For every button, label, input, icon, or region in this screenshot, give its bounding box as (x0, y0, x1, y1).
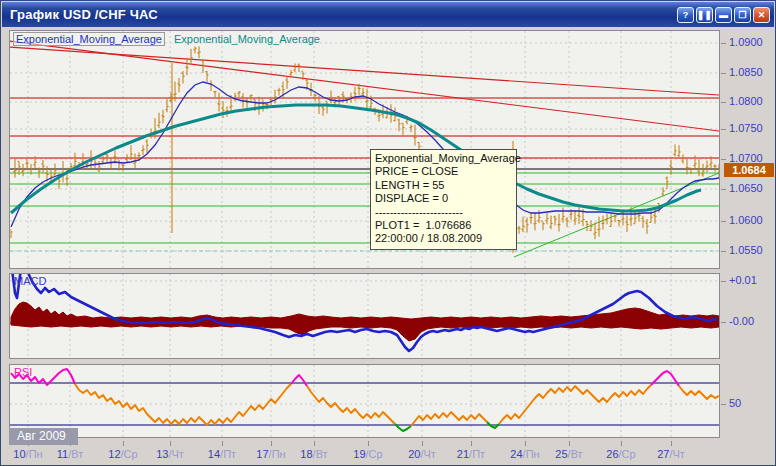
macd-panel[interactable]: MACD (9, 273, 720, 359)
date-label: 19/Ср (338, 448, 398, 460)
price-chart-canvas[interactable] (10, 31, 719, 268)
date-tick (271, 441, 272, 446)
rsi-panel[interactable]: RSI (9, 364, 720, 438)
pause-button[interactable]: ❚❚ (696, 7, 713, 23)
price-axis: 1.09001.08501.08001.07501.07001.06501.06… (721, 1, 776, 441)
price-axis-label: 1.0550 (729, 244, 763, 256)
legend-ema-slow[interactable]: Exponential_Moving_Average (174, 33, 320, 45)
tooltip-line: DISPLACE = 0 (375, 192, 512, 205)
chart-window: График USD /CHF ЧАС ?❚❚▬❐✕ Exponential_M… (0, 0, 776, 466)
date-tick (471, 441, 472, 446)
date-axis: 10/Пн11/Вт12/Ср13/Чт14/Пт17/Пн18/Вт19/Ср… (1, 441, 776, 464)
axis-tick (721, 159, 726, 160)
date-tick (368, 441, 369, 446)
axis-tick (721, 129, 726, 130)
tooltip-line: LENGTH = 55 (375, 179, 512, 192)
legend-ema-fast[interactable]: Exponential_Moving_Average (13, 32, 165, 46)
macd-canvas[interactable] (10, 274, 719, 358)
help-button[interactable]: ? (677, 7, 694, 23)
macd-label: MACD (14, 275, 46, 287)
price-axis-label: 1.0800 (729, 95, 763, 107)
macd-axis-label: -0.00 (729, 315, 754, 327)
date-tick (621, 441, 622, 446)
axis-tick (721, 189, 726, 190)
chart-legend: Exponential_Moving_Average Exponential_M… (13, 33, 320, 45)
month-label: Авг 2009 (9, 428, 78, 445)
date-label: 18/Вт (284, 448, 344, 460)
date-tick (314, 441, 315, 446)
date-tick (222, 441, 223, 446)
price-axis-label: 1.0650 (729, 182, 763, 194)
tooltip-line: PRICE = CLOSE (375, 165, 512, 178)
price-axis-label: 1.0850 (729, 66, 763, 78)
axis-tick (721, 322, 726, 323)
rsi-axis-label: 50 (729, 397, 741, 409)
axis-tick (721, 73, 726, 74)
axis-tick (721, 404, 726, 405)
current-price-tag: 1.0684 (724, 163, 774, 177)
titlebar[interactable]: График USD /CHF ЧАС ?❚❚▬❐✕ (2, 2, 774, 27)
axis-tick (721, 102, 726, 103)
axis-tick (721, 221, 726, 222)
tooltip-title: Exponential_Moving_Average (375, 152, 512, 165)
price-axis-label: 1.0900 (729, 36, 763, 48)
price-chart-panel[interactable]: Exponential_Moving_Average Exponential_M… (9, 30, 720, 269)
window-title: График USD /CHF ЧАС (10, 7, 677, 22)
date-tick (569, 441, 570, 446)
date-label: 13/Чт (140, 448, 200, 460)
date-tick (123, 441, 124, 446)
date-tick (671, 441, 672, 446)
tooltip-line: 22:00:00 / 18.08.2009 (375, 232, 512, 245)
rsi-label: RSI (14, 366, 32, 378)
date-label: 11/Вт (40, 448, 100, 460)
date-label: 21/Пт (441, 448, 501, 460)
tooltip-line: PLOT1 = 1.076686 (375, 219, 512, 232)
price-axis-label: 1.0600 (729, 214, 763, 226)
rsi-canvas[interactable] (10, 365, 719, 437)
date-label: 25/Вт (539, 448, 599, 460)
axis-tick (721, 43, 726, 44)
macd-axis-label: +0.01 (729, 274, 757, 286)
date-tick (525, 441, 526, 446)
ema-properties-tooltip: Exponential_Moving_Average PRICE = CLOSE… (370, 149, 517, 250)
date-tick (422, 441, 423, 446)
date-label: 27/Чт (641, 448, 701, 460)
price-axis-label: 1.0750 (729, 122, 763, 134)
tooltip-line: ------------------------ (375, 206, 512, 219)
axis-tick (721, 281, 726, 282)
axis-tick (721, 251, 726, 252)
date-tick (170, 441, 171, 446)
